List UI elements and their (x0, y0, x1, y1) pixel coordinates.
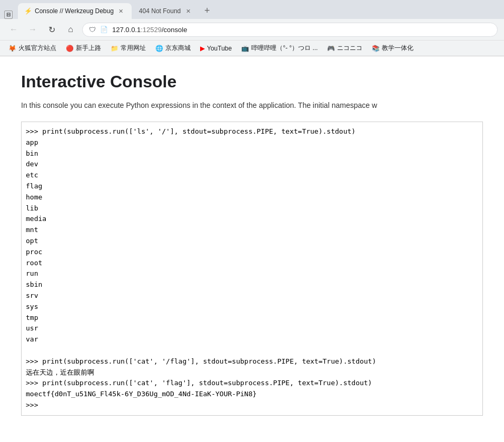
browser-controls-left: ⊟ (4, 11, 13, 19)
forward-button[interactable]: → (25, 22, 40, 37)
bookmark-bilibili-label: 哔哩哔哩（°- °）つロ ... (251, 44, 318, 53)
bookmark-youtube[interactable]: ▶ YouTube (196, 43, 236, 54)
url-host: 127.0.0.1 (112, 26, 141, 34)
bookmark-newbie[interactable]: 🔴 新手上路 (62, 42, 105, 54)
tab-404-title: 404 Not Found (139, 7, 181, 15)
console-output[interactable]: >>> print(subprocess.run(['ls', '/'], st… (21, 122, 483, 416)
bookmark-common-label: 常用网址 (121, 44, 146, 53)
niconico-icon: 🎮 (327, 45, 335, 52)
tab-404[interactable]: 404 Not Found ✕ (133, 3, 199, 19)
teaching-icon: 📚 (372, 45, 380, 52)
bookmarks-bar: 🦊 火狐官方站点 🔴 新手上路 📁 常用网址 🌐 京东商城 ▶ YouTube … (0, 40, 504, 56)
url-text: 127.0.0.1:12529/console (112, 26, 491, 34)
browser-chrome: ⊟ ⚡ Console // Werkzeug Debug ✕ 404 Not … (0, 0, 504, 56)
page-content: Interactive Console In this console you … (0, 56, 504, 431)
security-shield-icon: 🛡 (89, 26, 96, 34)
back-icon: ← (9, 25, 18, 34)
bookmark-firefox[interactable]: 🦊 火狐官方站点 (4, 42, 61, 54)
youtube-icon: ▶ (200, 45, 205, 52)
bookmark-jd-label: 京东商城 (165, 44, 191, 53)
window-minimize-icon[interactable]: ⊟ (4, 11, 13, 19)
back-button[interactable]: ← (6, 22, 21, 37)
refresh-icon: ↻ (48, 25, 55, 35)
bookmark-newbie-label: 新手上路 (76, 44, 101, 53)
bookmark-youtube-label: YouTube (207, 45, 232, 52)
tab-404-close[interactable]: ✕ (184, 7, 192, 15)
refresh-button[interactable]: ↻ (44, 22, 59, 37)
page-title: Interactive Console (21, 72, 483, 92)
bookmark-firefox-label: 火狐官方站点 (18, 44, 56, 53)
bookmark-teaching-label: 教学一体化 (382, 44, 413, 53)
console-text: >>> print(subprocess.run(['ls', '/'], st… (26, 126, 478, 411)
folder-icon: 📁 (111, 45, 118, 52)
url-path: /console (162, 26, 187, 34)
bookmark-bilibili[interactable]: 📺 哔哩哔哩（°- °）つロ ... (237, 42, 322, 54)
home-button[interactable]: ⌂ (63, 22, 78, 37)
bookmark-teaching[interactable]: 📚 教学一体化 (368, 42, 418, 54)
bookmark-common[interactable]: 📁 常用网址 (106, 42, 150, 54)
address-bar: ← → ↻ ⌂ 🛡 📄 127.0.0.1:12529/console (0, 19, 504, 40)
tab-console-close[interactable]: ✕ (117, 7, 125, 15)
tab-console-title: Console // Werkzeug Debug (35, 7, 114, 15)
tab-group: ⚡ Console // Werkzeug Debug ✕ 404 Not Fo… (18, 3, 199, 19)
bookmark-niconico-label: ニコニコ (337, 44, 362, 53)
new-tab-button[interactable]: + (200, 3, 214, 18)
bookmark-jd[interactable]: 🌐 京东商城 (151, 42, 195, 54)
home-icon: ⌂ (68, 25, 73, 34)
firefox-icon: 🦊 (8, 45, 16, 52)
bilibili-icon: 📺 (241, 45, 249, 52)
tab-bar: ⊟ ⚡ Console // Werkzeug Debug ✕ 404 Not … (0, 0, 504, 19)
bookmark-niconico[interactable]: 🎮 ニコニコ (323, 42, 367, 54)
url-bar[interactable]: 🛡 📄 127.0.0.1:12529/console (82, 23, 498, 37)
page-description: In this console you can execute Python e… (21, 100, 483, 111)
tab-console-favicon: ⚡ (24, 7, 32, 15)
page-file-icon: 📄 (100, 26, 108, 33)
forward-icon: → (28, 25, 37, 34)
jd-icon: 🌐 (155, 45, 163, 52)
tab-console[interactable]: ⚡ Console // Werkzeug Debug ✕ (18, 3, 132, 19)
url-port: :12529 (141, 26, 162, 34)
newbie-icon: 🔴 (66, 45, 74, 52)
